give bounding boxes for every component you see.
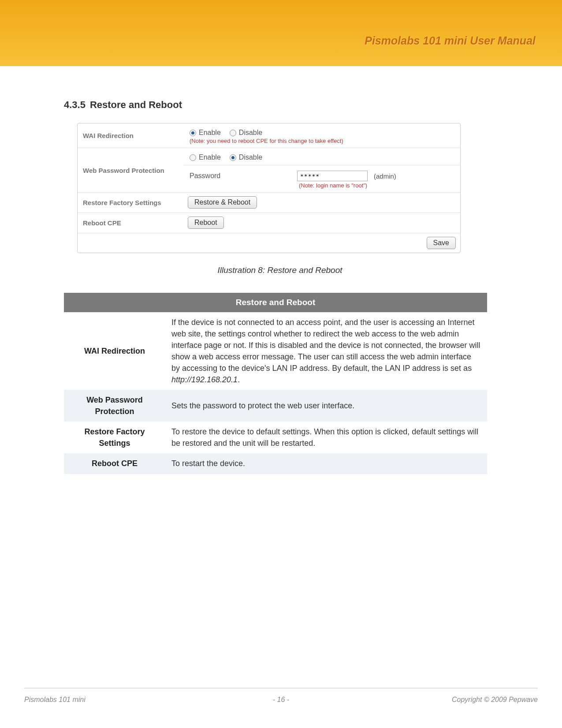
settings-panel: WAI Redirection Enable Disable (Note: yo… [77, 123, 461, 253]
row-label-reboot: Reboot CPE [78, 213, 183, 233]
radio-wai-enable[interactable] [190, 130, 196, 136]
radio-label-enable: Enable [199, 129, 221, 137]
radio-wai-disable[interactable] [230, 130, 236, 136]
term-wai: WAI Redirection [64, 312, 165, 390]
footer-center: - 16 - [24, 696, 538, 704]
term-rfs: Restore Factory Settings [64, 422, 165, 453]
section-heading: 4.3.5Restore and Reboot [64, 99, 496, 111]
row-label-rfs: Restore Factory Settings [78, 193, 183, 213]
term-wpp: Web Password Protection [64, 390, 165, 422]
header-title: Pismolabs 101 mini User Manual [365, 34, 536, 47]
radio-wpp-disable[interactable] [230, 154, 236, 161]
desc-rfs: To restore the device to default setting… [165, 422, 487, 453]
desc-reboot: To restart the device. [165, 453, 487, 474]
table-band: Restore and Reboot [64, 293, 487, 312]
password-input[interactable] [297, 171, 368, 181]
save-button[interactable]: Save [427, 237, 456, 249]
reboot-button[interactable]: Reboot [188, 217, 224, 229]
radio-label-disable: Disable [239, 129, 262, 137]
footer-divider [24, 688, 538, 688]
section-title: Restore and Reboot [90, 99, 182, 110]
table-row: Restore Factory Settings To restore the … [64, 422, 487, 453]
table-row: WAI Redirection If the device is not con… [64, 312, 487, 390]
password-suffix: (admin) [374, 172, 396, 180]
section-number: 4.3.5 [64, 99, 86, 110]
wai-note: (Note: you need to reboot CPE for this c… [188, 138, 456, 144]
illustration-caption: Illustration 8: Restore and Reboot [64, 265, 496, 275]
footer: Pismolabs 101 mini - 16 - Copyright © 20… [24, 696, 538, 704]
header-band [0, 0, 562, 66]
password-note: (Note: login name is "root") [297, 182, 456, 189]
radio-label-enable: Enable [199, 153, 221, 161]
radio-label-disable: Disable [239, 153, 262, 161]
row-label-wai: WAI Redirection [78, 123, 183, 148]
header-strip [0, 66, 562, 69]
description-table: Restore and Reboot WAI Redirection If th… [64, 293, 487, 474]
table-row: Reboot CPE To restart the device. [64, 453, 487, 474]
row-label-wpp: Web Password Protection [78, 148, 183, 192]
term-reboot: Reboot CPE [64, 453, 165, 474]
table-row: Web Password Protection Sets the passwor… [64, 390, 487, 422]
desc-wpp: Sets the password to protect the web use… [165, 390, 487, 422]
restore-reboot-button[interactable]: Restore & Reboot [188, 196, 257, 209]
desc-wai: If the device is not connected to an acc… [165, 312, 487, 390]
password-label: Password [190, 172, 291, 180]
radio-wpp-enable[interactable] [190, 154, 196, 161]
